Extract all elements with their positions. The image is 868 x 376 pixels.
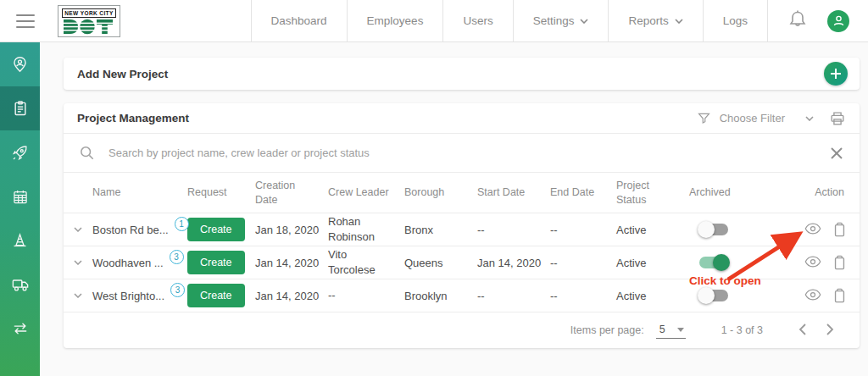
start-date: Jan 14, 2020: [477, 257, 550, 269]
sidebar-item-work-zones[interactable]: [0, 218, 40, 263]
search-input[interactable]: [108, 147, 829, 159]
sub-project-count-badge: 3: [170, 283, 185, 297]
col-start-date: Start Date: [477, 185, 550, 200]
dot-logo-graphic: [62, 19, 114, 35]
app-window: NEW YORK CITY Dashboard Employees Users …: [0, 0, 868, 376]
previous-page-button[interactable]: [792, 320, 813, 341]
sub-project-count-badge: 3: [170, 250, 184, 264]
col-archived: Archived: [689, 185, 779, 200]
view-project-icon[interactable]: [804, 255, 821, 268]
sidebar-item-fleet[interactable]: [0, 263, 40, 307]
end-date: --: [550, 290, 616, 302]
hamburger-menu-icon[interactable]: [16, 14, 35, 28]
archived-toggle[interactable]: [699, 257, 728, 268]
main-nav: Dashboard Employees Users Settings Repor…: [251, 0, 768, 41]
create-request-button[interactable]: Create: [187, 284, 245, 307]
traffic-cone-icon: [11, 232, 29, 250]
borough: Queens: [404, 257, 477, 269]
table-tools: Choose Filter: [697, 110, 846, 127]
rocket-icon: [11, 144, 29, 162]
project-status: Active: [616, 257, 689, 269]
project-management-title: Project Management: [77, 112, 189, 124]
view-project-icon[interactable]: [804, 222, 821, 235]
add-project-button[interactable]: [824, 62, 848, 86]
user-avatar[interactable]: [827, 10, 849, 32]
col-project-status: Project Status: [616, 179, 689, 207]
nyc-dot-logo: NEW YORK CITY: [58, 5, 120, 37]
clear-search-icon[interactable]: [829, 146, 844, 161]
annotation-label: Click to open: [689, 274, 761, 287]
end-date: --: [550, 224, 616, 236]
col-action: Action: [779, 185, 849, 200]
project-management-header: Project Management Choose Filter: [64, 103, 860, 134]
pagination-range: 1 - 3 of 3: [721, 324, 763, 336]
choose-filter-dropdown[interactable]: Choose Filter: [720, 112, 785, 124]
sidebar-item-dispatch[interactable]: [0, 130, 40, 174]
clipboard-icon: [12, 99, 29, 118]
project-management-card: Project Management Choose Filter: [64, 103, 860, 348]
plus-icon: [830, 68, 842, 80]
sidebar-item-schedule[interactable]: [0, 174, 40, 218]
calendar-icon: [12, 188, 29, 206]
col-request: Request: [187, 185, 255, 200]
sidebar-item-projects[interactable]: [0, 86, 40, 130]
crew-leader: Rohan Robinson: [328, 214, 404, 244]
col-crew-leader: Crew Leader: [328, 185, 404, 200]
table-pagination: Items per page: 5 1 - 3 of 3: [64, 312, 860, 348]
expand-row-icon[interactable]: [74, 293, 92, 298]
filter-funnel-icon: [697, 111, 711, 125]
items-per-page-label: Items per page:: [570, 324, 644, 336]
end-date: --: [550, 257, 616, 269]
notifications-bell-icon[interactable]: [788, 9, 807, 33]
search-bar: [64, 134, 860, 173]
sidebar-item-transfers[interactable]: [0, 307, 40, 351]
start-date: --: [477, 290, 550, 302]
print-icon[interactable]: [829, 110, 846, 127]
delete-project-icon[interactable]: [833, 255, 846, 270]
create-request-button[interactable]: Create: [187, 218, 245, 241]
nav-reports[interactable]: Reports: [608, 0, 702, 41]
view-project-icon[interactable]: [804, 288, 821, 301]
top-header: NEW YORK CITY Dashboard Employees Users …: [0, 0, 868, 42]
truck-icon: [11, 276, 30, 293]
col-borough: Borough: [404, 185, 477, 200]
items-per-page-select[interactable]: 5: [656, 322, 686, 339]
swap-arrows-icon: [12, 321, 29, 336]
nav-settings[interactable]: Settings: [513, 0, 609, 41]
project-name[interactable]: West Brighto...: [92, 290, 164, 302]
nav-logs[interactable]: Logs: [703, 0, 768, 41]
start-date: --: [477, 224, 550, 236]
project-name[interactable]: Boston Rd be...: [92, 224, 169, 236]
sidebar-item-crew-locations[interactable]: [0, 42, 40, 86]
nav-users[interactable]: Users: [442, 0, 512, 41]
delete-project-icon[interactable]: [833, 288, 846, 303]
borough: Bronx: [404, 224, 477, 236]
create-request-button[interactable]: Create: [187, 251, 245, 274]
table-row: Boston Rd be... 1 Create Jan 18, 2020 Ro…: [64, 213, 860, 246]
expand-row-icon[interactable]: [74, 227, 92, 232]
sub-project-count-badge: 1: [175, 217, 189, 231]
person-icon: [832, 14, 845, 27]
creation-date: Jan 14, 2020: [255, 290, 328, 302]
nav-dashboard[interactable]: Dashboard: [251, 0, 347, 41]
project-status: Active: [616, 224, 689, 236]
main-content: Add New Project Project Management Choos…: [40, 42, 868, 376]
chevron-down-icon[interactable]: [805, 116, 814, 121]
crew-leader: --: [328, 288, 404, 303]
delete-project-icon[interactable]: [833, 222, 846, 237]
archived-toggle[interactable]: [699, 224, 728, 235]
chevron-down-icon: [675, 19, 683, 24]
archived-toggle[interactable]: [699, 290, 728, 301]
col-creation-date: Creation Date: [255, 179, 328, 207]
col-end-date: End Date: [550, 185, 616, 200]
project-name[interactable]: Woodhaven ...: [92, 257, 164, 269]
caret-down-icon: [677, 328, 684, 332]
creation-date: Jan 14, 2020: [255, 257, 328, 269]
nav-employees[interactable]: Employees: [347, 0, 443, 41]
search-icon: [79, 145, 95, 161]
expand-row-icon[interactable]: [74, 260, 92, 265]
person-pin-icon: [11, 55, 29, 74]
borough: Brooklyn: [404, 290, 477, 302]
crew-leader: Vito Torcolese: [328, 247, 404, 277]
next-page-button[interactable]: [820, 320, 841, 341]
